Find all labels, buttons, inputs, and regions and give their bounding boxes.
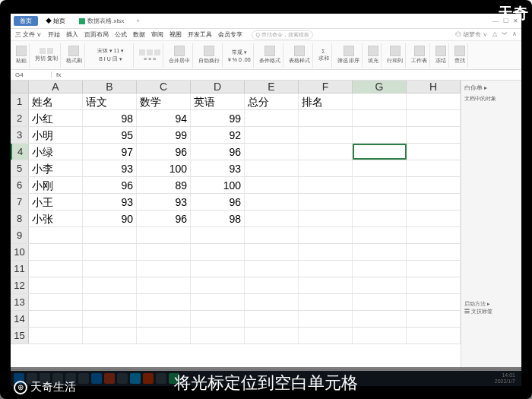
tg-cond[interactable]: 条件格式 (257, 43, 283, 68)
cell[interactable] (137, 277, 191, 293)
cell[interactable] (83, 261, 137, 277)
cell[interactable]: 92 (191, 127, 245, 143)
cell[interactable] (245, 194, 299, 210)
cell[interactable] (83, 311, 137, 327)
cell[interactable] (29, 311, 83, 327)
cell[interactable] (29, 244, 83, 260)
col-header-G[interactable]: G (353, 81, 407, 93)
cell[interactable]: 98 (83, 110, 137, 126)
cell[interactable] (299, 127, 353, 143)
cell[interactable] (407, 328, 461, 344)
cell[interactable]: 96 (137, 144, 191, 160)
cell[interactable] (137, 244, 191, 260)
tg-merge[interactable]: 合并居中 (166, 43, 193, 68)
cell[interactable] (83, 328, 137, 344)
cell[interactable] (137, 328, 191, 344)
cell[interactable]: 95 (83, 127, 137, 143)
cell[interactable] (245, 110, 299, 126)
menu-start[interactable]: 开始 (48, 30, 60, 39)
cell[interactable] (299, 244, 353, 260)
cell[interactable]: 96 (83, 177, 137, 193)
row-header[interactable]: 3 (11, 127, 29, 143)
cell[interactable] (29, 261, 83, 277)
tg-style[interactable]: 表格样式 (287, 43, 313, 68)
tg-filter[interactable]: 筛选 排序 (335, 43, 363, 68)
cell[interactable] (137, 311, 191, 327)
row-header[interactable]: 2 (11, 110, 29, 126)
cell[interactable] (245, 177, 299, 193)
cell[interactable] (299, 110, 353, 126)
menu-file[interactable]: 三 文件 ∨ (15, 30, 42, 39)
cell[interactable] (299, 177, 353, 193)
tab-app[interactable]: ◆ 始页 (40, 16, 71, 26)
sync-label[interactable]: ◎ 胡梦奇 ∨ (455, 30, 488, 39)
cell[interactable] (245, 211, 299, 226)
cell[interactable] (353, 211, 407, 226)
select-all-corner[interactable] (11, 81, 29, 93)
tg-freeze[interactable]: 冻结 (433, 43, 449, 68)
tg-find[interactable]: 查找 (452, 43, 468, 68)
cell[interactable]: 99 (137, 127, 191, 143)
cloud-icon[interactable]: △ (492, 30, 497, 39)
cell[interactable] (299, 328, 353, 344)
cell[interactable]: 96 (191, 194, 245, 210)
cell[interactable]: 小王 (29, 194, 83, 210)
cell[interactable] (407, 177, 461, 193)
cell[interactable] (353, 160, 407, 176)
cell[interactable] (245, 261, 299, 277)
cell[interactable]: 小明 (29, 127, 83, 143)
cell[interactable] (299, 194, 353, 210)
cell[interactable]: 93 (191, 160, 245, 176)
cell[interactable]: 排名 (299, 93, 353, 109)
cell[interactable] (407, 144, 461, 160)
cell[interactable] (299, 211, 353, 226)
cell[interactable] (353, 194, 407, 210)
cell[interactable] (137, 294, 191, 310)
cell[interactable] (353, 277, 407, 293)
cell[interactable] (245, 328, 299, 344)
cell[interactable] (245, 127, 299, 143)
row-header[interactable]: 13 (11, 294, 29, 310)
menu-insert[interactable]: 插入 (66, 30, 78, 39)
row-header[interactable]: 15 (11, 328, 29, 344)
cell[interactable] (29, 227, 83, 243)
row-header[interactable]: 9 (11, 227, 29, 243)
cell[interactable]: 94 (137, 110, 191, 126)
tg-clip[interactable]: 剪切 复制 (33, 43, 61, 68)
cell[interactable] (407, 294, 461, 310)
cell[interactable] (299, 261, 353, 277)
menu-layout[interactable]: 页面布局 (84, 30, 109, 39)
row-header[interactable]: 7 (11, 194, 29, 210)
menu-dev[interactable]: 开发工具 (188, 30, 212, 39)
cell[interactable] (191, 227, 245, 243)
cell[interactable]: 姓名 (29, 93, 83, 109)
row-header[interactable]: 10 (11, 244, 29, 260)
cell[interactable] (29, 328, 83, 344)
cell[interactable] (407, 211, 461, 226)
cell-reference[interactable]: G4 (14, 71, 52, 78)
row-header[interactable]: 11 (11, 261, 29, 277)
cell[interactable]: 总分 (245, 93, 299, 109)
tg-wrap[interactable]: 自动换行 (196, 43, 223, 68)
tab-add[interactable]: + (136, 17, 140, 24)
cell[interactable] (407, 277, 461, 293)
cell[interactable] (353, 177, 407, 193)
cell[interactable] (245, 144, 299, 160)
cell[interactable]: 97 (83, 144, 137, 160)
row-header[interactable]: 14 (11, 311, 29, 327)
cell[interactable] (245, 160, 299, 176)
cell[interactable] (353, 294, 407, 310)
spreadsheet-grid[interactable]: A B C D E F G H 1姓名语文数学英语总分排名2小红9894993小… (11, 81, 461, 369)
cell[interactable]: 99 (191, 110, 245, 126)
cell[interactable] (353, 227, 407, 243)
cell[interactable] (191, 328, 245, 344)
tg-num[interactable]: 常规 ▾¥ % 0 .00 (226, 43, 254, 68)
cell[interactable] (353, 110, 407, 126)
tg-paste[interactable]: 粘贴 (14, 43, 30, 68)
menu-review[interactable]: 审阅 (151, 30, 163, 39)
cell[interactable] (353, 127, 407, 143)
cell[interactable] (191, 261, 245, 277)
cell[interactable] (407, 93, 461, 109)
row-header[interactable]: 4 (11, 144, 29, 160)
tg-format[interactable]: 格式刷 (64, 43, 85, 68)
